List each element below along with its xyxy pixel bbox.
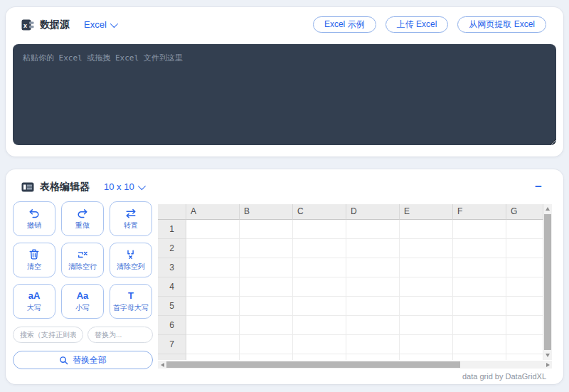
grid-cell[interactable] xyxy=(293,258,346,277)
grid-cell[interactable] xyxy=(453,316,506,335)
grid-size-dropdown[interactable]: 10 x 10 xyxy=(104,181,144,192)
scroll-right-icon[interactable] xyxy=(543,363,552,367)
grid-cell[interactable] xyxy=(453,258,506,277)
extract-from-web-button[interactable]: 从网页提取 Excel xyxy=(457,16,546,33)
row-header-3[interactable]: 3 xyxy=(158,258,186,277)
grid-cell[interactable] xyxy=(400,277,453,297)
horizontal-scroll-thumb[interactable] xyxy=(166,361,460,368)
grid-cell[interactable] xyxy=(453,335,506,354)
scroll-up-icon[interactable] xyxy=(543,204,552,213)
replace-input[interactable] xyxy=(87,327,153,343)
grid-cell[interactable] xyxy=(506,316,543,335)
grid-cell[interactable] xyxy=(240,354,293,360)
grid-cell[interactable] xyxy=(240,316,293,335)
undo-button[interactable]: 撤销 xyxy=(13,201,55,236)
grid-cell[interactable] xyxy=(293,335,346,354)
grid-cell[interactable] xyxy=(240,239,293,258)
grid-cell[interactable] xyxy=(346,220,400,239)
grid-cell[interactable] xyxy=(453,354,506,360)
replace-all-button[interactable]: 替换全部 xyxy=(13,351,153,369)
column-header-e[interactable]: E xyxy=(400,204,453,220)
row-header-1[interactable]: 1 xyxy=(158,220,186,239)
column-header-c[interactable]: C xyxy=(293,204,346,220)
excel-sample-button[interactable]: Excel 示例 xyxy=(313,16,376,33)
grid-cell[interactable] xyxy=(506,277,543,297)
grid-cell[interactable] xyxy=(400,297,453,316)
datasource-type-dropdown[interactable]: Excel xyxy=(84,19,116,30)
row-header-8[interactable]: 8 xyxy=(158,354,186,360)
redo-button[interactable]: 重做 xyxy=(61,201,104,236)
column-header-g[interactable]: G xyxy=(506,204,543,220)
grid-cell[interactable] xyxy=(293,297,346,316)
grid-cell[interactable] xyxy=(346,239,400,258)
column-header-a[interactable]: A xyxy=(186,204,240,220)
grid-cell[interactable] xyxy=(186,297,240,316)
column-header-f[interactable]: F xyxy=(453,204,506,220)
grid-cell[interactable] xyxy=(186,316,240,335)
grid-cell[interactable] xyxy=(186,277,240,297)
grid-cell[interactable] xyxy=(346,277,400,297)
grid-cell[interactable] xyxy=(453,297,506,316)
grid-cell[interactable] xyxy=(400,220,453,239)
grid-cell[interactable] xyxy=(400,258,453,277)
grid-cell[interactable] xyxy=(400,239,453,258)
grid-cell[interactable] xyxy=(506,220,543,239)
remove-empty-rows-icon xyxy=(76,249,89,260)
horizontal-scrollbar[interactable] xyxy=(158,361,552,369)
grid-cell[interactable] xyxy=(240,220,293,239)
grid-cell[interactable] xyxy=(240,335,293,354)
grid-cell[interactable] xyxy=(506,354,543,360)
grid-cell[interactable] xyxy=(400,316,453,335)
grid-cell[interactable] xyxy=(240,277,293,297)
row-header-6[interactable]: 6 xyxy=(158,316,186,335)
clear-button[interactable]: 清空 xyxy=(13,243,55,277)
excel-paste-textarea[interactable] xyxy=(13,44,556,145)
search-input[interactable] xyxy=(13,327,83,343)
grid-cell[interactable] xyxy=(293,354,346,360)
grid-cell[interactable] xyxy=(506,258,543,277)
remove-empty-cols-button[interactable]: 清除空列 xyxy=(110,243,152,277)
collapse-panel-button[interactable]: − xyxy=(535,182,542,192)
grid-cell[interactable] xyxy=(186,239,240,258)
grid-cell[interactable] xyxy=(293,316,346,335)
grid-cell[interactable] xyxy=(346,258,400,277)
grid-cell[interactable] xyxy=(453,277,506,297)
grid-cell[interactable] xyxy=(186,335,240,354)
grid-cell[interactable] xyxy=(186,220,240,239)
column-header-d[interactable]: D xyxy=(346,204,400,220)
remove-empty-rows-button[interactable]: 清除空行 xyxy=(61,243,104,277)
lowercase-button[interactable]: Aa 小写 xyxy=(61,284,104,319)
row-header-7[interactable]: 7 xyxy=(158,335,186,354)
grid-cell[interactable] xyxy=(346,297,400,316)
grid-cell[interactable] xyxy=(453,239,506,258)
grid-cell[interactable] xyxy=(400,354,453,360)
upload-excel-button[interactable]: 上传 Excel xyxy=(385,16,449,33)
row-header-5[interactable]: 5 xyxy=(158,297,186,316)
grid-cell[interactable] xyxy=(346,354,400,360)
grid-cell[interactable] xyxy=(400,335,453,354)
grid-cell[interactable] xyxy=(293,277,346,297)
row-header-2[interactable]: 2 xyxy=(158,239,186,258)
grid-cell[interactable] xyxy=(453,220,506,239)
grid-cell[interactable] xyxy=(506,297,543,316)
grid-corner-cell[interactable] xyxy=(158,204,186,220)
grid-cell[interactable] xyxy=(186,258,240,277)
grid-cell[interactable] xyxy=(186,354,240,360)
grid-cell[interactable] xyxy=(346,335,400,354)
transpose-button[interactable]: 转置 xyxy=(110,201,152,236)
grid-cell[interactable] xyxy=(293,239,346,258)
grid-cell[interactable] xyxy=(506,335,543,354)
row-header-4[interactable]: 4 xyxy=(158,277,186,297)
uppercase-button[interactable]: aA 大写 xyxy=(13,284,55,319)
scroll-down-icon[interactable] xyxy=(543,351,552,360)
capitalize-button[interactable]: T 首字母大写 xyxy=(110,284,152,319)
scroll-left-icon[interactable] xyxy=(158,363,166,367)
grid-cell[interactable] xyxy=(240,297,293,316)
vertical-scroll-thumb[interactable] xyxy=(544,214,551,350)
grid-cell[interactable] xyxy=(240,258,293,277)
grid-cell[interactable] xyxy=(293,220,346,239)
vertical-scrollbar[interactable] xyxy=(543,204,552,360)
column-header-b[interactable]: B xyxy=(240,204,293,220)
grid-cell[interactable] xyxy=(506,239,543,258)
grid-cell[interactable] xyxy=(346,316,400,335)
